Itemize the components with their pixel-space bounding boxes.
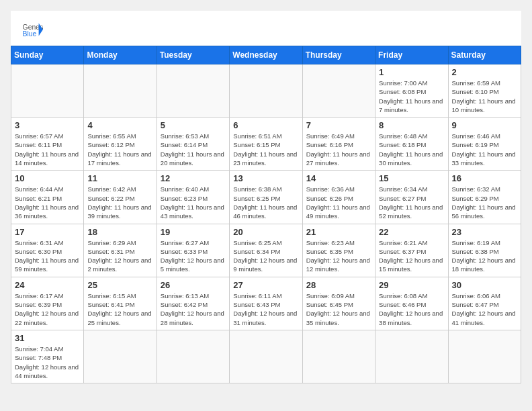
logo-icon: General Blue xyxy=(21,19,43,40)
calendar-day-cell xyxy=(230,330,302,383)
day-number: 1 xyxy=(379,67,444,77)
day-number: 24 xyxy=(15,280,80,290)
calendar-day-cell xyxy=(84,64,157,118)
day-number: 8 xyxy=(379,120,444,130)
calendar-day-cell: 31Sunrise: 7:04 AM Sunset: 7:48 PM Dayli… xyxy=(11,330,84,383)
day-of-week-header: Monday xyxy=(84,46,157,64)
calendar-page: General Blue SundayMondayTuesdayWednesda… xyxy=(11,11,521,383)
day-number: 31 xyxy=(15,333,80,343)
calendar-day-cell xyxy=(230,64,302,118)
calendar-day-cell: 12Sunrise: 6:40 AM Sunset: 6:23 PM Dayli… xyxy=(157,171,229,224)
calendar-day-cell xyxy=(302,330,375,383)
day-number: 25 xyxy=(87,280,152,290)
day-number: 13 xyxy=(233,173,298,183)
day-info: Sunrise: 6:34 AM Sunset: 6:27 PM Dayligh… xyxy=(379,185,444,220)
calendar-day-cell: 21Sunrise: 6:23 AM Sunset: 6:35 PM Dayli… xyxy=(302,224,375,277)
calendar-day-cell: 6Sunrise: 6:51 AM Sunset: 6:15 PM Daylig… xyxy=(230,118,302,171)
day-info: Sunrise: 6:23 AM Sunset: 6:35 PM Dayligh… xyxy=(306,238,371,274)
day-info: Sunrise: 6:36 AM Sunset: 6:26 PM Dayligh… xyxy=(306,185,371,220)
day-of-week-header: Tuesday xyxy=(157,46,229,64)
day-number: 14 xyxy=(306,173,371,183)
day-info: Sunrise: 6:21 AM Sunset: 6:37 PM Dayligh… xyxy=(379,238,444,274)
day-number: 15 xyxy=(379,173,444,183)
day-info: Sunrise: 6:40 AM Sunset: 6:23 PM Dayligh… xyxy=(161,185,226,220)
calendar-day-cell: 16Sunrise: 6:32 AM Sunset: 6:29 PM Dayli… xyxy=(448,171,521,224)
day-info: Sunrise: 6:11 AM Sunset: 6:43 PM Dayligh… xyxy=(233,291,298,327)
day-number: 21 xyxy=(306,227,371,237)
calendar-day-cell xyxy=(375,330,448,383)
calendar-day-cell: 23Sunrise: 6:19 AM Sunset: 6:38 PM Dayli… xyxy=(448,224,521,277)
day-number: 18 xyxy=(87,227,152,237)
day-number: 23 xyxy=(452,227,517,237)
calendar-day-cell: 26Sunrise: 6:13 AM Sunset: 6:42 PM Dayli… xyxy=(157,277,229,330)
calendar-day-cell: 4Sunrise: 6:55 AM Sunset: 6:12 PM Daylig… xyxy=(84,118,157,171)
logo: General Blue xyxy=(21,19,43,40)
calendar-day-cell xyxy=(11,64,84,118)
calendar-day-cell: 18Sunrise: 6:29 AM Sunset: 6:31 PM Dayli… xyxy=(84,224,157,277)
day-number: 30 xyxy=(452,280,517,290)
day-number: 17 xyxy=(15,227,80,237)
day-info: Sunrise: 6:53 AM Sunset: 6:14 PM Dayligh… xyxy=(161,132,226,167)
calendar-day-cell: 11Sunrise: 6:42 AM Sunset: 6:22 PM Dayli… xyxy=(84,171,157,224)
day-info: Sunrise: 6:09 AM Sunset: 6:45 PM Dayligh… xyxy=(306,291,371,327)
calendar-week-row: 3Sunrise: 6:57 AM Sunset: 6:11 PM Daylig… xyxy=(11,118,521,171)
calendar-table: SundayMondayTuesdayWednesdayThursdayFrid… xyxy=(11,46,521,383)
day-info: Sunrise: 6:19 AM Sunset: 6:38 PM Dayligh… xyxy=(452,238,517,274)
calendar-day-cell: 7Sunrise: 6:49 AM Sunset: 6:16 PM Daylig… xyxy=(302,118,375,171)
calendar-day-cell: 5Sunrise: 6:53 AM Sunset: 6:14 PM Daylig… xyxy=(157,118,229,171)
day-info: Sunrise: 6:46 AM Sunset: 6:19 PM Dayligh… xyxy=(452,132,517,167)
calendar-day-cell: 2Sunrise: 6:59 AM Sunset: 6:10 PM Daylig… xyxy=(448,64,521,118)
calendar-day-cell: 28Sunrise: 6:09 AM Sunset: 6:45 PM Dayli… xyxy=(302,277,375,330)
calendar-day-cell: 22Sunrise: 6:21 AM Sunset: 6:37 PM Dayli… xyxy=(375,224,448,277)
calendar-day-cell: 10Sunrise: 6:44 AM Sunset: 6:21 PM Dayli… xyxy=(11,171,84,224)
calendar-day-cell: 20Sunrise: 6:25 AM Sunset: 6:34 PM Dayli… xyxy=(230,224,302,277)
day-info: Sunrise: 6:57 AM Sunset: 6:11 PM Dayligh… xyxy=(15,132,80,167)
day-info: Sunrise: 6:32 AM Sunset: 6:29 PM Dayligh… xyxy=(452,185,517,220)
day-info: Sunrise: 6:29 AM Sunset: 6:31 PM Dayligh… xyxy=(87,238,152,274)
day-info: Sunrise: 6:15 AM Sunset: 6:41 PM Dayligh… xyxy=(87,291,152,327)
day-number: 12 xyxy=(161,173,226,183)
day-number: 20 xyxy=(233,227,298,237)
day-number: 26 xyxy=(161,280,226,290)
day-info: Sunrise: 6:55 AM Sunset: 6:12 PM Dayligh… xyxy=(87,132,152,167)
calendar-day-cell: 8Sunrise: 6:48 AM Sunset: 6:18 PM Daylig… xyxy=(375,118,448,171)
day-number: 3 xyxy=(15,120,80,130)
calendar-week-row: 10Sunrise: 6:44 AM Sunset: 6:21 PM Dayli… xyxy=(11,171,521,224)
calendar-day-cell xyxy=(157,64,229,118)
calendar-day-cell xyxy=(84,330,157,383)
day-info: Sunrise: 6:27 AM Sunset: 6:33 PM Dayligh… xyxy=(161,238,226,274)
calendar-day-cell xyxy=(157,330,229,383)
day-info: Sunrise: 6:06 AM Sunset: 6:47 PM Dayligh… xyxy=(452,291,517,327)
calendar-day-cell xyxy=(302,64,375,118)
calendar-day-cell: 30Sunrise: 6:06 AM Sunset: 6:47 PM Dayli… xyxy=(448,277,521,330)
day-number: 16 xyxy=(452,173,517,183)
calendar-day-cell: 3Sunrise: 6:57 AM Sunset: 6:11 PM Daylig… xyxy=(11,118,84,171)
day-info: Sunrise: 6:38 AM Sunset: 6:25 PM Dayligh… xyxy=(233,185,298,220)
header: General Blue xyxy=(11,11,521,46)
calendar-week-row: 1Sunrise: 7:00 AM Sunset: 6:08 PM Daylig… xyxy=(11,64,521,118)
calendar-day-cell: 29Sunrise: 6:08 AM Sunset: 6:46 PM Dayli… xyxy=(375,277,448,330)
day-info: Sunrise: 6:44 AM Sunset: 6:21 PM Dayligh… xyxy=(15,185,80,220)
calendar-day-cell: 14Sunrise: 6:36 AM Sunset: 6:26 PM Dayli… xyxy=(302,171,375,224)
day-number: 9 xyxy=(452,120,517,130)
day-info: Sunrise: 6:17 AM Sunset: 6:39 PM Dayligh… xyxy=(15,291,80,327)
day-of-week-header: Saturday xyxy=(448,46,521,64)
calendar-day-cell: 13Sunrise: 6:38 AM Sunset: 6:25 PM Dayli… xyxy=(230,171,302,224)
day-number: 10 xyxy=(15,173,80,183)
calendar-day-cell: 27Sunrise: 6:11 AM Sunset: 6:43 PM Dayli… xyxy=(230,277,302,330)
day-info: Sunrise: 6:49 AM Sunset: 6:16 PM Dayligh… xyxy=(306,132,371,167)
calendar-week-row: 17Sunrise: 6:31 AM Sunset: 6:30 PM Dayli… xyxy=(11,224,521,277)
day-info: Sunrise: 6:51 AM Sunset: 6:15 PM Dayligh… xyxy=(233,132,298,167)
day-number: 5 xyxy=(161,120,226,130)
day-number: 4 xyxy=(87,120,152,130)
day-info: Sunrise: 6:31 AM Sunset: 6:30 PM Dayligh… xyxy=(15,238,80,274)
day-info: Sunrise: 6:08 AM Sunset: 6:46 PM Dayligh… xyxy=(379,291,444,327)
day-number: 11 xyxy=(87,173,152,183)
calendar-week-row: 31Sunrise: 7:04 AM Sunset: 7:48 PM Dayli… xyxy=(11,330,521,383)
day-number: 6 xyxy=(233,120,298,130)
day-number: 2 xyxy=(452,67,517,77)
calendar-day-cell: 19Sunrise: 6:27 AM Sunset: 6:33 PM Dayli… xyxy=(157,224,229,277)
calendar-day-cell: 15Sunrise: 6:34 AM Sunset: 6:27 PM Dayli… xyxy=(375,171,448,224)
day-info: Sunrise: 6:48 AM Sunset: 6:18 PM Dayligh… xyxy=(379,132,444,167)
day-info: Sunrise: 6:25 AM Sunset: 6:34 PM Dayligh… xyxy=(233,238,298,274)
